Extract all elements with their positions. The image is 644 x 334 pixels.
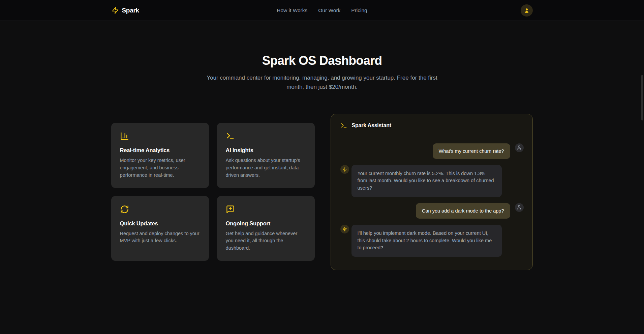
user-message-bubble: Can you add a dark mode to the app?: [416, 203, 510, 219]
feature-card-quick-updates: Quick Updates Request and deploy changes…: [111, 196, 209, 261]
feature-card-ongoing-support: Ongoing Support Get help and guidance wh…: [217, 196, 315, 261]
user-icon: [524, 7, 530, 13]
user-avatar: [515, 203, 524, 212]
features-grid: Real-time Analytics Monitor your key met…: [111, 123, 315, 261]
page-title: Spark OS Dashboard: [0, 54, 644, 68]
chart-column-icon: [120, 132, 200, 141]
user-avatar: [515, 143, 524, 152]
feature-description: Monitor your key metrics, user engagemen…: [120, 157, 200, 179]
feature-card-realtime-analytics: Real-time Analytics Monitor your key met…: [111, 123, 209, 188]
feature-title: Real-time Analytics: [120, 147, 200, 154]
chat-message-user: Can you add a dark mode to the app?: [340, 203, 524, 219]
hero-section: Spark OS Dashboard Your command center f…: [0, 54, 644, 92]
chat-message-assistant: I'll help you implement dark mode. Based…: [340, 225, 524, 257]
spark-assistant-panel: Spark Assistant What's my current churn …: [331, 114, 533, 270]
navbar: Spark How it Works Our Work Pricing: [0, 0, 644, 21]
assistant-message-bubble: I'll help you implement dark mode. Based…: [351, 225, 502, 257]
nav-link-how-it-works[interactable]: How it Works: [277, 7, 307, 13]
terminal-icon: [226, 132, 306, 141]
feature-title: AI Insights: [226, 147, 306, 154]
brand-logo[interactable]: Spark: [112, 7, 277, 14]
nav-link-our-work[interactable]: Our Work: [318, 7, 340, 13]
scrollbar[interactable]: [641, 75, 643, 120]
assistant-avatar: [340, 225, 349, 233]
user-icon: [517, 145, 522, 150]
account-avatar-button[interactable]: [521, 4, 533, 17]
chat-message-user: What's my current churn rate?: [340, 143, 524, 159]
terminal-icon: [340, 122, 347, 129]
feature-description: Ask questions about your startup's perfo…: [226, 157, 306, 179]
chat-messages: What's my current churn rate? Your curre…: [331, 136, 532, 267]
spark-zap-icon: [112, 7, 119, 14]
brand-name: Spark: [122, 7, 139, 14]
feature-title: Ongoing Support: [226, 220, 306, 227]
assistant-avatar: [340, 165, 349, 174]
hero-subtitle: Your command center for monitoring, mana…: [206, 74, 438, 92]
user-message-bubble: What's my current churn rate?: [433, 143, 510, 159]
feature-description: Request and deploy changes to your MVP w…: [120, 230, 200, 245]
zap-icon: [342, 227, 347, 231]
message-square-plus-icon: [226, 205, 306, 214]
user-icon: [517, 205, 522, 210]
feature-description: Get help and guidance whenever you need …: [226, 230, 306, 252]
nav-links: How it Works Our Work Pricing: [277, 7, 367, 13]
chat-message-assistant: Your current monthly churn rate is 5.2%.…: [340, 165, 524, 197]
refresh-icon: [120, 205, 200, 214]
nav-link-pricing[interactable]: Pricing: [351, 7, 367, 13]
assistant-panel-title: Spark Assistant: [352, 122, 391, 129]
assistant-message-bubble: Your current monthly churn rate is 5.2%.…: [351, 165, 502, 197]
feature-card-ai-insights: AI Insights Ask questions about your sta…: [217, 123, 315, 188]
feature-title: Quick Updates: [120, 220, 200, 227]
zap-icon: [342, 167, 347, 172]
